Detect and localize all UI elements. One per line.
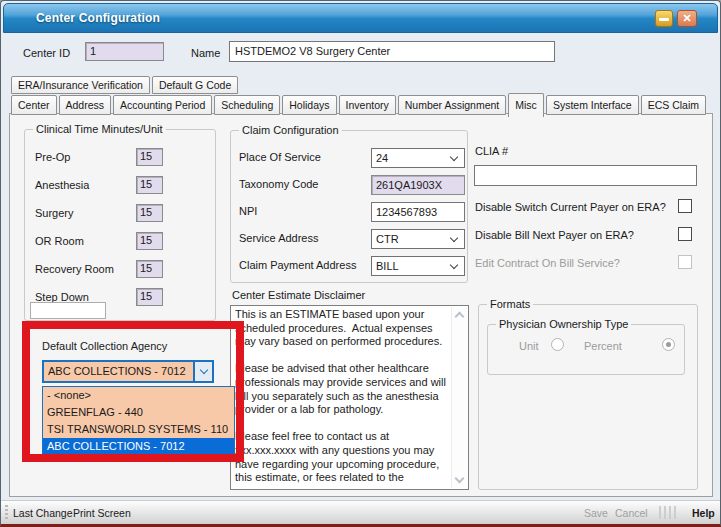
disable-bill-next-payer-label: Disable Bill Next Payer on ERA? — [475, 229, 634, 241]
center-id-field[interactable]: 1 — [85, 42, 164, 61]
disclaimer-label: Center Estimate Disclaimer — [232, 289, 365, 301]
disclaimer-text: This is an ESTIMATE based upon your sche… — [235, 308, 448, 487]
toolbar-separator — [659, 506, 676, 519]
service-address-combobox[interactable]: CTR — [371, 229, 465, 249]
unit-radio — [551, 338, 564, 351]
print-screen-button[interactable]: Print Screen — [73, 507, 131, 519]
tab-era-insurance-verification[interactable]: ERA/Insurance Verification — [11, 76, 150, 94]
clinical-time-group: Clinical Time Minutes/Unit Pre-Op 15 Ane… — [24, 129, 216, 321]
surgery-field[interactable]: 15 — [136, 204, 163, 222]
tab-inventory[interactable]: Inventory — [339, 95, 396, 115]
tab-ecs-claim[interactable]: ECS Claim — [641, 95, 706, 115]
help-button[interactable]: Help — [692, 507, 715, 519]
window-title: Center Configuration — [36, 11, 160, 25]
pre-op-field[interactable]: 15 — [136, 148, 163, 166]
last-change-button[interactable]: Last Change — [13, 507, 73, 519]
tab-holidays[interactable]: Holidays — [282, 95, 336, 115]
tab-address[interactable]: Address — [59, 95, 112, 115]
npi-field[interactable]: 1234567893 — [371, 202, 465, 222]
tab-center[interactable]: Center — [11, 95, 57, 115]
place-of-service-label: Place Of Service — [239, 151, 321, 163]
name-field[interactable]: HSTDEMO2 V8 Surgery Center — [229, 41, 555, 62]
empty-field[interactable] — [30, 302, 106, 319]
physician-ownership-type-group: Physician Ownership Type Unit Percent — [487, 324, 685, 375]
place-of-service-combobox[interactable]: 24 — [371, 148, 465, 168]
disable-switch-current-payer-checkbox[interactable] — [678, 199, 692, 213]
scroll-up-icon[interactable] — [455, 312, 465, 322]
claim-payment-address-combobox[interactable]: BILL — [371, 256, 465, 276]
percent-radio-label: Percent — [584, 340, 622, 352]
center-configuration-window: Center Configuration ✕ Center ID 1 Name … — [0, 0, 721, 527]
claim-payment-address-label: Claim Payment Address — [239, 259, 356, 271]
red-highlight-rectangle — [22, 321, 244, 462]
edit-contract-on-bill-checkbox — [678, 255, 692, 269]
tab-scheduling[interactable]: Scheduling — [214, 95, 280, 115]
formats-group-title: Formats — [487, 298, 533, 310]
recovery-room-field[interactable]: 15 — [136, 260, 163, 278]
minimize-icon — [659, 18, 669, 21]
recovery-room-label: Recovery Room — [35, 263, 114, 275]
clia-field[interactable] — [474, 165, 697, 186]
taxonomy-code-label: Taxonomy Code — [239, 178, 319, 190]
physician-ownership-type-title: Physician Ownership Type — [496, 318, 631, 330]
tab-number-assignment[interactable]: Number Assignment — [398, 95, 507, 115]
surgery-label: Surgery — [35, 207, 74, 219]
minimize-button[interactable] — [655, 10, 673, 27]
disable-bill-next-payer-checkbox[interactable] — [678, 227, 692, 241]
cancel-button: Cancel — [615, 507, 648, 519]
misc-tab-page: Clinical Time Minutes/Unit Pre-Op 15 Ane… — [9, 113, 713, 497]
edit-contract-on-bill-label: Edit Contract On Bill Service? — [475, 257, 620, 269]
service-address-label: Service Address — [239, 232, 318, 244]
pre-op-label: Pre-Op — [35, 151, 70, 163]
or-room-label: OR Room — [35, 235, 84, 247]
npi-label: NPI — [239, 205, 257, 217]
tab-default-g-code[interactable]: Default G Code — [152, 76, 238, 94]
unit-radio-label: Unit — [519, 340, 539, 352]
save-button: Save — [584, 507, 608, 519]
or-room-field[interactable]: 15 — [136, 232, 163, 250]
formats-group: Formats Physician Ownership Type Unit Pe… — [478, 304, 698, 490]
scroll-down-icon[interactable] — [455, 474, 465, 484]
tab-system-interface[interactable]: System Interface — [546, 95, 639, 115]
disclaimer-textarea[interactable]: This is an ESTIMATE based upon your sche… — [230, 305, 469, 490]
center-id-label: Center ID — [23, 47, 70, 59]
disclaimer-scrollbar[interactable] — [451, 307, 467, 488]
close-button[interactable]: ✕ — [677, 10, 697, 27]
clinical-time-group-title: Clinical Time Minutes/Unit — [33, 123, 166, 135]
anesthesia-field[interactable]: 15 — [136, 176, 163, 194]
name-label: Name — [191, 47, 220, 59]
tab-accounting-period[interactable]: Accounting Period — [113, 95, 212, 115]
bottom-toolbar: Last Change Print Screen Save Cancel Hel… — [1, 500, 720, 525]
step-down-field[interactable]: 15 — [136, 288, 163, 306]
title-bar[interactable]: Center Configuration ✕ — [3, 3, 718, 33]
clia-label: CLIA # — [475, 145, 508, 157]
anesthesia-label: Anesthesia — [35, 179, 89, 191]
claim-configuration-group: Claim Configuration Place Of Service 24 … — [230, 130, 468, 283]
tab-misc[interactable]: Misc — [508, 93, 544, 117]
disable-switch-current-payer-label: Disable Switch Current Payer on ERA? — [475, 201, 666, 213]
percent-radio — [662, 338, 675, 351]
claim-configuration-title: Claim Configuration — [239, 124, 342, 136]
taxonomy-code-field[interactable]: 261QA1903X — [371, 175, 465, 195]
toolbar-grip[interactable] — [5, 505, 8, 521]
